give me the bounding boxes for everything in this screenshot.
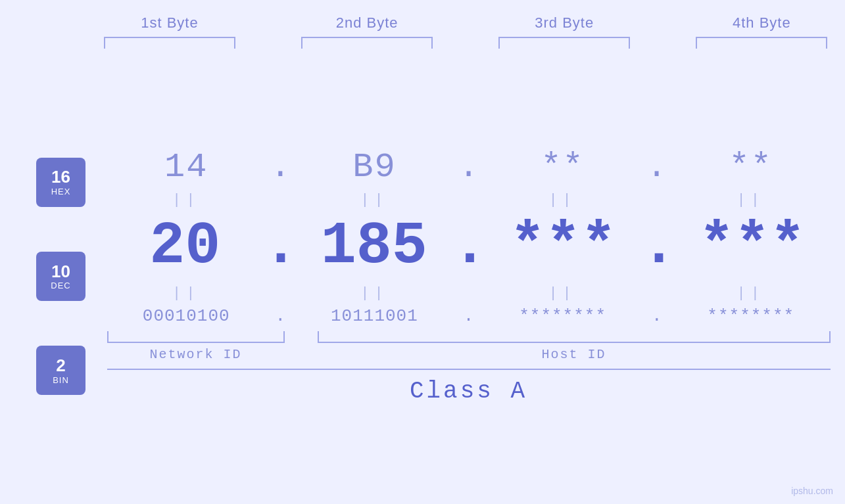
byte-col-3: 3rd Byte	[481, 14, 648, 49]
badge-hex: 16 HEX	[36, 158, 85, 207]
bin-dot-1: .	[266, 306, 295, 326]
class-row: Class A	[107, 369, 831, 405]
dec-value-2: 185	[321, 213, 427, 280]
badge-hex-num: 16	[51, 168, 70, 187]
badge-dec-num: 10	[51, 262, 70, 281]
dec-cell-2: 185	[296, 217, 452, 276]
dec-dot-2: .	[452, 213, 485, 280]
bin-cell-3: ********	[483, 306, 642, 326]
badge-bin-num: 2	[56, 356, 65, 375]
dec-value-4: ***	[699, 213, 806, 280]
hex-cell-4: **	[671, 148, 830, 187]
eq-2-4: ||	[671, 285, 830, 302]
bin-cell-4: ********	[671, 306, 830, 326]
watermark: ipshu.com	[791, 486, 833, 496]
hex-dot-1: .	[266, 148, 295, 187]
badge-dec: 10 DEC	[36, 252, 85, 301]
dec-dot-1: .	[263, 213, 296, 280]
byte-col-2: 2nd Byte	[283, 14, 450, 49]
eq-1-3: ||	[483, 192, 642, 208]
bin-value-4: ********	[707, 306, 794, 326]
dec-value-1: 20	[149, 213, 220, 280]
hex-value-4: **	[729, 148, 773, 187]
dec-cell-3: ***	[485, 217, 642, 276]
dec-dot-3: .	[641, 213, 674, 280]
badge-bin: 2 BIN	[36, 346, 85, 395]
bin-dot-3: .	[642, 306, 671, 326]
hex-cell-1: 14	[107, 148, 265, 187]
dec-row: 20 . 185 . *** . ***	[107, 213, 831, 280]
hex-dot-3: .	[642, 148, 671, 187]
byte-label-4: 4th Byte	[679, 14, 845, 32]
hex-cell-2: B9	[295, 148, 454, 187]
hex-value-1: 14	[164, 148, 208, 187]
badge-column: 16 HEX 10 DEC 2 BIN	[15, 135, 107, 418]
badge-dec-lbl: DEC	[51, 281, 70, 290]
bin-value-3: ********	[519, 306, 606, 326]
eq-1-4: ||	[671, 192, 830, 208]
eq-2-2: ||	[295, 285, 454, 302]
host-bracket-wrap: Host ID	[318, 331, 831, 362]
header-row: 1st Byte 2nd Byte 3rd Byte 4th Byte	[0, 0, 845, 49]
host-bracket	[318, 331, 831, 343]
brackets-row: Network ID Host ID	[107, 331, 831, 362]
eq-1-1: ||	[107, 192, 265, 208]
net-bracket-wrap: Network ID	[107, 331, 285, 362]
bin-dot-2: .	[454, 306, 483, 326]
bracket-top-1	[104, 37, 235, 49]
bracket-top-4	[696, 37, 827, 49]
byte-col-1: 1st Byte	[86, 14, 253, 49]
byte-label-2: 2nd Byte	[283, 14, 450, 32]
badge-bin-lbl: BIN	[53, 375, 69, 385]
hex-value-3: **	[541, 148, 584, 187]
main-grid: 16 HEX 10 DEC 2 BIN 14 .	[0, 49, 845, 504]
net-bracket	[107, 331, 285, 343]
hex-row: 14 . B9 . ** . **	[107, 148, 831, 187]
network-id-label: Network ID	[107, 347, 285, 362]
byte-label-1: 1st Byte	[86, 14, 253, 32]
dec-cell-4: ***	[674, 217, 831, 276]
eq-row-2: || || || ||	[107, 280, 831, 306]
bin-row: 00010100 . 10111001 . ******** .	[107, 306, 831, 326]
byte-label-3: 3rd Byte	[481, 14, 648, 32]
byte-col-4: 4th Byte	[679, 14, 845, 49]
hex-dot-2: .	[454, 148, 483, 187]
main-container: 1st Byte 2nd Byte 3rd Byte 4th Byte 16 H…	[0, 0, 845, 504]
host-id-label: Host ID	[318, 347, 831, 362]
class-label: Class A	[410, 378, 527, 405]
bracket-top-2	[301, 37, 433, 49]
bin-cell-1: 00010100	[107, 306, 265, 326]
eq-1-2: ||	[295, 192, 454, 208]
hex-cell-3: **	[483, 148, 642, 187]
eq-row-1: || || || ||	[107, 187, 831, 213]
eq-2-1: ||	[107, 285, 265, 302]
bin-value-2: 10111001	[331, 306, 418, 326]
dec-value-3: ***	[510, 213, 616, 280]
bin-value-1: 00010100	[143, 306, 230, 326]
bracket-top-3	[498, 37, 630, 49]
bin-cell-2: 10111001	[295, 306, 454, 326]
dec-cell-1: 20	[107, 217, 264, 276]
hex-value-2: B9	[352, 148, 396, 187]
eq-2-3: ||	[483, 285, 642, 302]
data-area: 14 . B9 . ** . **	[107, 148, 831, 405]
badge-hex-lbl: HEX	[51, 187, 71, 196]
